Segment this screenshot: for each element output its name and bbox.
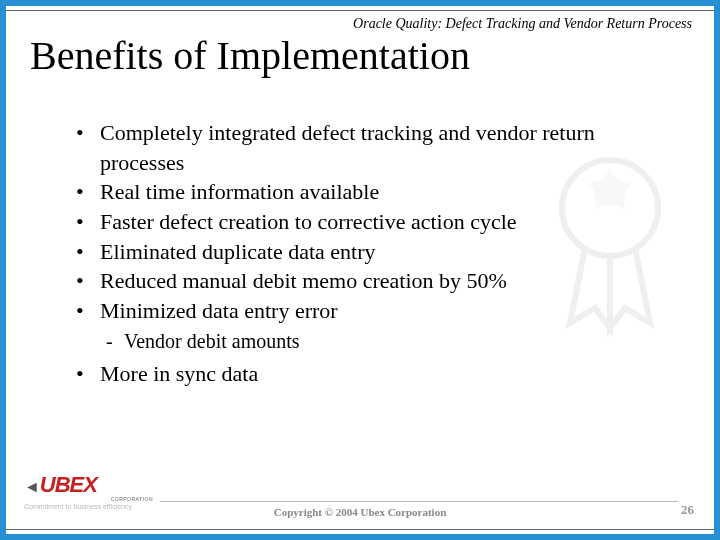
bullet-item: Reduced manual debit memo creation by 50… [76, 266, 670, 296]
bullet-item: Faster defect creation to corrective act… [76, 207, 670, 237]
bullet-item: Minimized data entry error [76, 296, 670, 326]
bullet-item: Eliminated duplicate data entry [76, 237, 670, 267]
copyright-text: Copyright © 2004 Ubex Corporation [0, 506, 720, 518]
slide-title: Benefits of Implementation [30, 32, 470, 79]
bullet-text: Faster defect creation to corrective act… [100, 209, 517, 234]
header-subtitle: Oracle Quality: Defect Tracking and Vend… [353, 16, 692, 32]
logo-arrow-icon: ◄ [24, 478, 40, 495]
logo-text: UBEX [40, 472, 97, 497]
footer: ◄UBEX CORPORATION Commitment to business… [0, 478, 720, 532]
page-number: 26 [681, 502, 694, 518]
bullet-text: Eliminated duplicate data entry [100, 239, 376, 264]
bullet-text: Minimized data entry error [100, 298, 338, 323]
bullet-item: Real time information available [76, 177, 670, 207]
bullet-text: Completely integrated defect tracking an… [100, 120, 595, 175]
bullet-item: Completely integrated defect tracking an… [76, 118, 670, 177]
bullet-text: Real time information available [100, 179, 379, 204]
footer-divider [160, 501, 678, 502]
bullet-text: Reduced manual debit memo creation by 50… [100, 268, 507, 293]
sub-bullet-text: Vendor debit amounts [124, 330, 300, 352]
sub-bullet-item: Vendor debit amounts [76, 328, 670, 355]
bullet-text: More in sync data [100, 361, 258, 386]
content-area: Completely integrated defect tracking an… [76, 118, 670, 389]
bullet-item: More in sync data [76, 359, 670, 389]
